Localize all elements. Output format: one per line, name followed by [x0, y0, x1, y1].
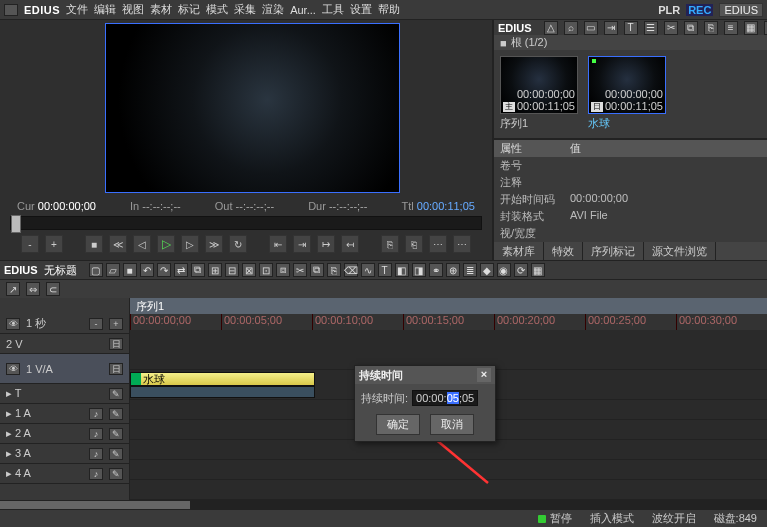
edius-button[interactable]: EDIUS	[719, 3, 763, 17]
btn-loop-icon[interactable]: ↻	[229, 235, 247, 253]
tl-tool-group-icon[interactable]: ⊕	[446, 263, 460, 277]
clip-edge-icon[interactable]	[131, 373, 141, 385]
bin-breadcrumb[interactable]: ■ 根 (1/2)	[494, 35, 767, 50]
tl-mode-snap-icon[interactable]: ⊂	[46, 282, 60, 296]
status-ripple[interactable]: 波纹开启	[652, 511, 696, 526]
speaker-icon[interactable]: ♪	[89, 428, 103, 440]
menu-mode[interactable]: 模式	[206, 2, 228, 17]
pencil-icon[interactable]: ✎	[109, 408, 123, 420]
bin-tool-view-icon[interactable]: ▦	[744, 21, 758, 35]
rec-label[interactable]: REC	[686, 4, 713, 16]
tl-tool-11-icon[interactable]: ⧈	[276, 263, 290, 277]
btn-next-frame-icon[interactable]: ▷	[181, 235, 199, 253]
menu-render[interactable]: 渲染	[262, 2, 284, 17]
dur-timecode[interactable]: --:--:--;--	[329, 200, 367, 212]
menu-capture[interactable]: 采集	[234, 2, 256, 17]
track-type-icon[interactable]: 日	[109, 338, 123, 350]
sequence-tab[interactable]: 序列1	[130, 298, 767, 314]
clip-audio-wave[interactable]	[130, 386, 315, 398]
bin-thumb-1[interactable]: 日 00:00:00;0000:00:11;05 水球	[588, 56, 666, 132]
tl-tool-save-icon[interactable]: ■	[123, 263, 137, 277]
btn-set-in-icon[interactable]: ⇤	[269, 235, 287, 253]
track-2a[interactable]	[130, 440, 767, 460]
menu-clip[interactable]: 素材	[150, 2, 172, 17]
btn-rate-plus-icon[interactable]: +	[45, 235, 63, 253]
tab-source-browser[interactable]: 源文件浏览	[644, 242, 716, 260]
tl-tool-marker-icon[interactable]: ◆	[480, 263, 494, 277]
tl-tool-fade-icon[interactable]: ◨	[412, 263, 426, 277]
menu-marker[interactable]: 标记	[178, 2, 200, 17]
tl-tool-redo-icon[interactable]: ↷	[157, 263, 171, 277]
bin-tool-down-icon[interactable]: ▾	[764, 21, 767, 35]
tl-mode-normal-icon[interactable]: ↗	[6, 282, 20, 296]
tl-tool-6-icon[interactable]: ⧉	[191, 263, 205, 277]
tab-bin[interactable]: 素材库	[494, 242, 544, 260]
menu-file[interactable]: 文件	[66, 2, 88, 17]
tl-tool-10-icon[interactable]: ⊡	[259, 263, 273, 277]
tl-tool-render-icon[interactable]: ⟳	[514, 263, 528, 277]
btn-play-icon[interactable]: ▷	[157, 235, 175, 253]
tab-markers[interactable]: 序列标记	[583, 242, 644, 260]
duration-input[interactable]: 00:00:05;05	[412, 390, 478, 406]
tl-tool-5-icon[interactable]: ⇄	[174, 263, 188, 277]
tl-tool-mode-icon[interactable]: ≣	[463, 263, 477, 277]
ttl-timecode[interactable]: 00:00:11;05	[417, 200, 475, 212]
btn-goto-out-icon[interactable]: ↤	[341, 235, 359, 253]
track-head-2v[interactable]: 2 V日	[0, 334, 129, 354]
timeline-scale-row[interactable]: 👁 1 秒 - +	[0, 314, 129, 334]
menu-view[interactable]: 视图	[122, 2, 144, 17]
tl-tool-7-icon[interactable]: ⊞	[208, 263, 222, 277]
btn-prev-frame-icon[interactable]: ◁	[133, 235, 151, 253]
menu-edit[interactable]: 编辑	[94, 2, 116, 17]
bin-tool-folder-icon[interactable]: ▭	[584, 21, 598, 35]
speaker-icon[interactable]: ♪	[89, 408, 103, 420]
bin-tool-paste-icon[interactable]: ⎘	[704, 21, 718, 35]
track-4a[interactable]	[130, 480, 767, 500]
ok-button[interactable]: 确定	[376, 414, 420, 435]
bin-tool-props-icon[interactable]: ≡	[724, 21, 738, 35]
cancel-button[interactable]: 取消	[430, 414, 474, 435]
menu-help[interactable]: 帮助	[378, 2, 400, 17]
bin-tool-layers-icon[interactable]: ☰	[644, 21, 658, 35]
scroll-thumb[interactable]	[0, 501, 190, 509]
btn-insert-icon[interactable]: ⎘	[381, 235, 399, 253]
bin-tool-title-icon[interactable]: T	[624, 21, 638, 35]
tl-tool-8-icon[interactable]: ⊟	[225, 263, 239, 277]
scrub-bar[interactable]	[10, 216, 482, 230]
tl-tool-copy-icon[interactable]: ⧉	[310, 263, 324, 277]
bin-tool-copy-icon[interactable]: ⧉	[684, 21, 698, 35]
btn-fastfwd-icon[interactable]: ≫	[205, 235, 223, 253]
track-type-icon[interactable]: 日	[109, 363, 123, 375]
close-icon[interactable]: ×	[477, 368, 491, 382]
btn-set-out-icon[interactable]: ⇥	[293, 235, 311, 253]
speaker-icon[interactable]: ♪	[89, 468, 103, 480]
btn-goto-in-icon[interactable]: ↦	[317, 235, 335, 253]
tl-mode-trim-icon[interactable]: ⇔	[26, 282, 40, 296]
dialog-titlebar[interactable]: 持续时间 ×	[355, 366, 495, 384]
tl-tool-new-icon[interactable]: ▢	[89, 263, 103, 277]
btn-rewind-icon[interactable]: ≪	[109, 235, 127, 253]
track-head-4a[interactable]: ▸ 4 A♪✎	[0, 464, 129, 484]
menu-tools[interactable]: 工具	[322, 2, 344, 17]
tl-tool-delete-icon[interactable]: ⌫	[344, 263, 358, 277]
bin-tool-2-icon[interactable]: ⌕	[564, 21, 578, 35]
zoom-out-icon[interactable]: -	[89, 318, 103, 330]
tl-tool-layout-icon[interactable]: ▦	[531, 263, 545, 277]
bin-tool-1-icon[interactable]: △	[544, 21, 558, 35]
track-head-3a[interactable]: ▸ 3 A♪✎	[0, 444, 129, 464]
speaker-icon[interactable]: ♪	[89, 448, 103, 460]
track-head-2a[interactable]: ▸ 2 A♪✎	[0, 424, 129, 444]
bin-tool-cut-icon[interactable]: ✂	[664, 21, 678, 35]
pencil-icon[interactable]: ✎	[109, 448, 123, 460]
out-timecode[interactable]: --:--:--;--	[236, 200, 274, 212]
tl-tool-trans-icon[interactable]: ◧	[395, 263, 409, 277]
tl-tool-cut-icon[interactable]: ✂	[293, 263, 307, 277]
eye-icon[interactable]: 👁	[6, 363, 20, 375]
pencil-icon[interactable]: ✎	[109, 468, 123, 480]
pencil-icon[interactable]: ✎	[109, 388, 123, 400]
btn-stop-icon[interactable]: ■	[85, 235, 103, 253]
in-timecode[interactable]: --:--:--;--	[142, 200, 180, 212]
menu-aur[interactable]: Aur...	[290, 4, 316, 16]
status-insert-mode[interactable]: 插入模式	[590, 511, 634, 526]
plr-label[interactable]: PLR	[658, 4, 680, 16]
